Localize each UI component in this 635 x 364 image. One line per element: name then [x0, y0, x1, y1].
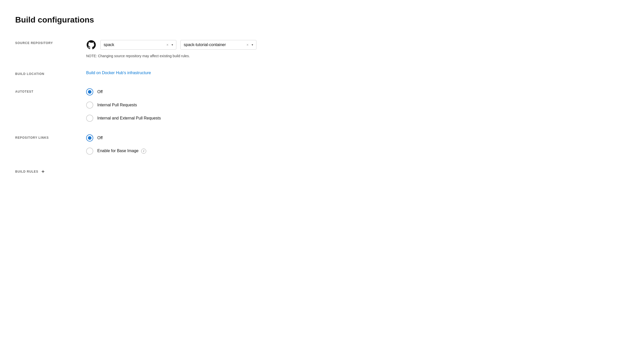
autotest-section: AUTOTEST Off Internal Pull Requests Inte… — [15, 88, 620, 122]
autotest-radio-internal-pr[interactable] — [86, 102, 93, 109]
autotest-option-off[interactable]: Off — [86, 88, 620, 95]
autotest-content: Off Internal Pull Requests Internal and … — [86, 88, 620, 122]
repository-links-content: Off Enable for Base Image i — [86, 134, 620, 155]
repository-links-radio-group: Off Enable for Base Image i — [86, 134, 620, 155]
build-location-content: Build on Docker Hub's infrastructure — [86, 71, 620, 75]
source-repository-label: SOURCE REPOSITORY — [15, 40, 86, 45]
source-repository-content: spack × ▾ spack-tutorial-container × ▾ N… — [86, 40, 620, 58]
source-repository-section: SOURCE REPOSITORY spack × ▾ spack-tutori… — [15, 40, 620, 58]
org-select[interactable]: spack × ▾ — [100, 40, 176, 50]
repo-select-value: spack-tutorial-container — [184, 43, 244, 47]
autotest-option-internal-pr[interactable]: Internal Pull Requests — [86, 102, 620, 109]
repository-links-section: REPOSITORY LINKS Off Enable for Base Ima… — [15, 134, 620, 155]
info-icon[interactable]: i — [141, 149, 146, 154]
build-location-link[interactable]: Build on Docker Hub's infrastructure — [86, 71, 151, 75]
repo-clear-button[interactable]: × — [246, 42, 250, 47]
page-title: Build configurations — [15, 15, 620, 25]
repo-links-label-enable-base: Enable for Base Image i — [97, 149, 146, 154]
build-rules-section: BUILD RULES + — [15, 167, 620, 174]
repo-select[interactable]: spack-tutorial-container × ▾ — [180, 40, 256, 50]
org-clear-button[interactable]: × — [165, 42, 170, 47]
github-icon — [86, 40, 96, 50]
autotest-radio-internal-external-pr[interactable] — [86, 115, 93, 122]
autotest-radio-group: Off Internal Pull Requests Internal and … — [86, 88, 620, 122]
repo-links-label-off: Off — [97, 136, 103, 140]
build-location-section: BUILD LOCATION Build on Docker Hub's inf… — [15, 71, 620, 76]
build-rules-content: BUILD RULES + — [15, 167, 86, 174]
source-repository-note: NOTE: Changing source repository may aff… — [86, 54, 620, 58]
repo-links-radio-off[interactable] — [86, 134, 93, 141]
autotest-label-internal-external-pr: Internal and External Pull Requests — [97, 116, 161, 120]
build-location-label: BUILD LOCATION — [15, 71, 86, 76]
source-repo-row: spack × ▾ spack-tutorial-container × ▾ — [86, 40, 620, 50]
autotest-label-internal-pr: Internal Pull Requests — [97, 103, 137, 107]
build-rules-label: BUILD RULES — [15, 170, 38, 173]
org-select-value: spack — [104, 43, 163, 47]
repo-links-radio-enable-base[interactable] — [86, 148, 93, 155]
repo-chevron-icon[interactable]: ▾ — [252, 43, 253, 47]
autotest-option-internal-external-pr[interactable]: Internal and External Pull Requests — [86, 115, 620, 122]
repo-links-option-enable-base[interactable]: Enable for Base Image i — [86, 148, 620, 155]
repo-links-option-off[interactable]: Off — [86, 134, 620, 141]
autotest-label: AUTOTEST — [15, 88, 86, 93]
build-rules-header: BUILD RULES + — [15, 169, 86, 174]
autotest-radio-off[interactable] — [86, 88, 93, 95]
org-chevron-icon[interactable]: ▾ — [172, 43, 173, 47]
repository-links-label: REPOSITORY LINKS — [15, 134, 86, 139]
add-build-rule-button[interactable]: + — [41, 169, 45, 174]
autotest-label-off: Off — [97, 90, 103, 94]
